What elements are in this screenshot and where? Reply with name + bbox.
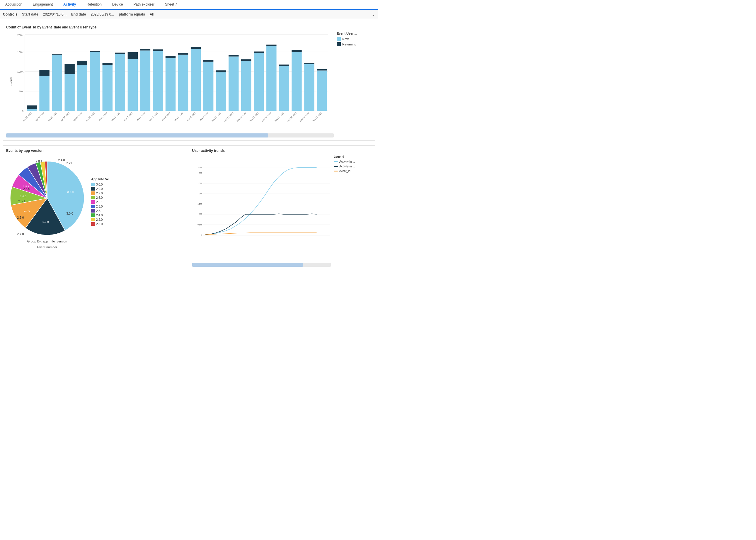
pie-legend-item: 2.3.0 [91,222,112,226]
line-legend-title: Legend [334,155,372,158]
svg-rect-70 [267,45,276,46]
pie-chart-title: Events by app version [6,149,186,153]
legend-item-returning: Returning [337,42,372,46]
tab-engagement[interactable]: Engagement [28,0,58,9]
legend-label-activity1: Activity in ... [339,160,355,163]
svg-text:1M: 1M [199,213,202,215]
svg-rect-12 [27,109,37,111]
svg-text:Apr 27, 2023: Apr 27, 2023 [48,112,57,122]
tab-device[interactable]: Device [107,0,128,9]
svg-text:0: 0 [201,234,202,236]
pie-chart-svg: 3.0.02.9.02.7.02.6.02.5.12.4.02.2.02.8.1… [6,155,88,237]
bar-chart-svg: Events 0 50K 100K 150K 200K [6,32,334,131]
pie-legend-color [91,209,95,212]
line-chart-svg: 0 0.5M 1M 1.5M 2M [192,155,331,261]
svg-text:May 3, 2023: May 3, 2023 [123,112,133,122]
svg-rect-81 [317,70,327,111]
svg-rect-42 [153,51,163,111]
chevron-down-icon[interactable]: ⌄ [371,11,375,17]
svg-text:May 2, 2023: May 2, 2023 [111,112,120,122]
line-chart-scrollbar-thumb[interactable] [192,263,303,267]
svg-rect-58 [216,70,226,72]
pie-legend-label: 2.2.0 [96,218,103,221]
end-date-value[interactable]: 2023/05/19 0... [90,12,114,16]
svg-rect-18 [52,55,62,111]
tab-acquisition[interactable]: Acquisition [0,0,28,9]
legend-dot-eventid [334,171,338,172]
svg-text:3.0.0: 3.0.0 [67,190,73,194]
svg-text:Apr 29, 2023: Apr 29, 2023 [73,112,83,122]
svg-rect-60 [229,57,239,111]
svg-text:2.5M: 2.5M [197,182,202,185]
svg-text:200K: 200K [17,34,24,37]
svg-text:Events: Events [9,76,13,86]
svg-text:3.0.0: 3.0.0 [66,212,73,215]
tab-sheet7[interactable]: Sheet 7 [160,0,182,9]
svg-text:May 14, 2023: May 14, 2023 [262,112,272,123]
pie-legend-color [91,218,95,221]
pie-legend-item: 3.0.0 [91,183,112,186]
svg-rect-27 [90,52,100,111]
svg-rect-79 [304,63,314,64]
svg-rect-67 [254,52,264,53]
svg-rect-46 [165,56,175,58]
pie-sub-label: Event number [37,245,57,249]
pie-legend-item: 2.8.1 [91,209,112,212]
bar-chart-legend: Event User ... New Returning [334,32,372,137]
bar-chart-scrollbar-thumb[interactable] [6,133,268,137]
svg-text:2M: 2M [199,193,202,195]
controls-label: Controls [3,12,17,16]
pie-legend-label: 2.9.0 [96,187,103,191]
bar-legend-title: Event User ... [337,32,372,35]
pie-legend-color [91,187,95,191]
bar-chart-container: Events 0 50K 100K 150K 200K [6,32,372,137]
svg-rect-30 [103,66,113,111]
svg-text:3M: 3M [199,172,202,174]
pie-legend-item: 2.2.0 [91,218,112,221]
svg-rect-52 [191,47,201,49]
pie-legend: App Info Ve... 3.0.02.9.02.7.02.6.02.5.1… [91,177,112,227]
svg-rect-16 [39,70,49,76]
svg-rect-22 [64,64,74,74]
pie-group-by: Group By: app_info_version [27,239,67,243]
pie-chart-section: Events by app version 3.0.02.9.02.7.02.6… [3,146,189,270]
svg-text:May 10, 2023: May 10, 2023 [211,112,222,123]
main-content: Count of Event_id by Event_date and Even… [0,19,378,273]
tab-path-explorer[interactable]: Path explorer [128,0,160,9]
svg-text:2.6.0: 2.6.0 [17,216,24,219]
bar-chart-area: Events 0 50K 100K 150K 200K [6,32,334,137]
svg-rect-66 [254,53,264,111]
svg-text:2.5.0: 2.5.0 [23,187,30,191]
svg-rect-72 [279,66,289,111]
start-date-value[interactable]: 2023/04/16 0... [43,12,66,16]
svg-text:150K: 150K [17,51,24,54]
line-chart-container: 0 0.5M 1M 1.5M 2M [192,155,372,267]
svg-rect-49 [178,53,188,55]
svg-rect-21 [64,74,74,111]
pie-legend-label: 2.5.1 [96,201,103,204]
tab-activity[interactable]: Activity [58,0,81,10]
svg-rect-13 [27,105,37,109]
line-chart-scrollbar[interactable] [192,263,331,267]
legend-item-new: New [337,37,372,41]
svg-text:Apr 30, 2023: Apr 30, 2023 [85,112,95,122]
start-date-label: Start date [22,12,38,16]
pie-legend-item: 2.4.0 [91,213,112,217]
svg-rect-78 [304,64,314,111]
svg-text:3.5M: 3.5M [197,167,202,169]
tab-retention[interactable]: Retention [81,0,107,9]
svg-text:1.5M: 1.5M [197,203,202,205]
svg-rect-33 [115,54,125,111]
svg-rect-19 [52,54,62,55]
line-legend: Legend Activity in ... Activity in ... e… [331,155,372,267]
svg-text:0.5M: 0.5M [197,224,202,226]
svg-rect-31 [103,63,113,66]
pie-legend-label: 2.7.0 [96,192,103,195]
svg-rect-15 [39,75,49,111]
svg-text:May 6, 2023: May 6, 2023 [161,112,171,122]
bar-chart-scrollbar[interactable] [6,133,334,137]
svg-rect-34 [115,53,125,54]
svg-text:Apr 28, 2023: Apr 28, 2023 [60,112,70,122]
svg-rect-40 [140,49,150,51]
bar-chart-title: Count of Event_id by Event_date and Even… [6,25,372,29]
